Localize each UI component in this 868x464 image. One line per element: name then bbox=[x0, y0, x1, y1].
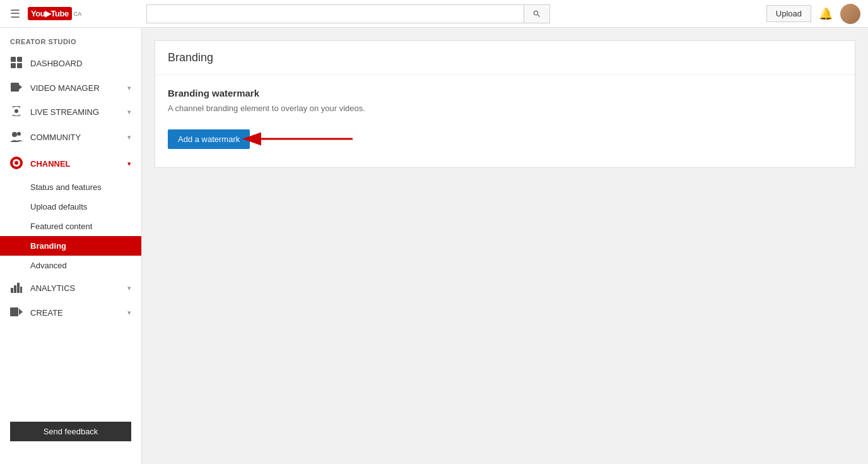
youtube-logo[interactable]: You▶Tube CA bbox=[28, 7, 81, 20]
svg-rect-1 bbox=[17, 57, 22, 62]
svg-marker-17 bbox=[19, 309, 23, 315]
page-card: Branding Branding watermark A channel br… bbox=[155, 40, 855, 168]
svg-point-7 bbox=[12, 132, 17, 137]
live-streaming-arrow: ▾ bbox=[127, 108, 131, 116]
send-feedback-button[interactable]: Send feedback bbox=[10, 422, 131, 441]
page-title-bar: Branding bbox=[155, 41, 855, 75]
sidebar-subitem-advanced[interactable]: Advanced bbox=[0, 256, 141, 275]
svg-point-8 bbox=[17, 132, 21, 136]
header-left: ☰ You▶Tube CA bbox=[8, 4, 146, 23]
svg-rect-13 bbox=[14, 285, 16, 293]
sidebar-subitem-upload-defaults[interactable]: Upload defaults bbox=[0, 197, 141, 217]
dashboard-label: DASHBOARD bbox=[30, 59, 131, 68]
analytics-arrow: ▾ bbox=[127, 284, 131, 292]
search-container bbox=[146, 4, 550, 23]
live-streaming-label: LIVE STREAMING bbox=[30, 107, 120, 117]
youtube-ca: CA bbox=[74, 11, 82, 17]
sidebar-subitem-branding[interactable]: Branding bbox=[0, 236, 141, 256]
avatar-image bbox=[840, 4, 860, 24]
watermark-section-title: Branding watermark bbox=[168, 88, 842, 98]
sidebar-item-channel[interactable]: CHANNEL ▾ bbox=[0, 150, 141, 177]
svg-rect-15 bbox=[20, 287, 22, 293]
search-button[interactable] bbox=[524, 4, 550, 23]
svg-rect-4 bbox=[11, 83, 19, 92]
channel-label: CHANNEL bbox=[30, 159, 120, 169]
video-manager-arrow: ▾ bbox=[127, 84, 131, 92]
sidebar-item-video-manager[interactable]: VIDEO MANAGER ▾ bbox=[0, 76, 141, 100]
watermark-section-desc: A channel branding element to overlay on… bbox=[168, 104, 842, 113]
sidebar-item-analytics[interactable]: ANALYTICS ▾ bbox=[0, 275, 141, 301]
sidebar-item-dashboard[interactable]: DASHBOARD bbox=[0, 51, 141, 76]
youtube-icon: You▶Tube bbox=[28, 7, 72, 20]
svg-rect-2 bbox=[11, 63, 16, 68]
sidebar: CREATOR STUDIO DASHBOARD VIDEO bbox=[0, 28, 142, 464]
upload-button[interactable]: Upload bbox=[766, 5, 811, 22]
main-content: Branding Branding watermark A channel br… bbox=[142, 28, 868, 464]
arrow-annotation bbox=[255, 123, 356, 155]
community-icon bbox=[10, 131, 23, 144]
svg-rect-16 bbox=[10, 307, 18, 316]
hamburger-icon[interactable]: ☰ bbox=[8, 4, 23, 23]
dashboard-icon bbox=[10, 57, 23, 70]
add-watermark-button[interactable]: Add a watermark bbox=[168, 129, 250, 149]
community-label: COMMUNITY bbox=[30, 133, 120, 142]
live-streaming-icon bbox=[10, 106, 23, 118]
page-section: Branding watermark A channel branding el… bbox=[155, 75, 855, 167]
svg-rect-12 bbox=[11, 288, 13, 293]
community-arrow: ▾ bbox=[127, 133, 131, 141]
avatar[interactable] bbox=[840, 4, 860, 24]
creator-studio-label: CREATOR STUDIO bbox=[0, 28, 141, 51]
analytics-label: ANALYTICS bbox=[30, 283, 120, 293]
sidebar-item-community[interactable]: COMMUNITY ▾ bbox=[0, 124, 141, 150]
sidebar-subitem-status-features[interactable]: Status and features bbox=[0, 177, 141, 197]
channel-arrow: ▾ bbox=[127, 160, 131, 168]
header-right: Upload 🔔 bbox=[766, 4, 860, 24]
sidebar-item-live-streaming[interactable]: LIVE STREAMING ▾ bbox=[0, 100, 141, 124]
video-manager-icon bbox=[10, 83, 23, 93]
sidebar-item-create[interactable]: CREATE ▾ bbox=[0, 301, 141, 324]
channel-icon bbox=[10, 157, 23, 171]
create-arrow: ▾ bbox=[127, 309, 131, 317]
create-icon bbox=[10, 307, 23, 318]
svg-point-6 bbox=[15, 109, 18, 113]
layout: CREATOR STUDIO DASHBOARD VIDEO bbox=[0, 28, 868, 464]
svg-rect-0 bbox=[11, 57, 16, 62]
header: ☰ You▶Tube CA Upload 🔔 bbox=[0, 0, 868, 28]
video-manager-label: VIDEO MANAGER bbox=[30, 83, 120, 93]
svg-point-11 bbox=[15, 161, 18, 165]
svg-rect-3 bbox=[17, 63, 22, 68]
analytics-icon bbox=[10, 282, 23, 295]
watermark-action-row: Add a watermark bbox=[168, 123, 842, 155]
page-title: Branding bbox=[168, 51, 842, 64]
svg-rect-14 bbox=[17, 283, 20, 293]
svg-marker-5 bbox=[19, 85, 22, 90]
sidebar-subitem-featured-content[interactable]: Featured content bbox=[0, 217, 141, 236]
bell-icon[interactable]: 🔔 bbox=[819, 7, 833, 21]
search-icon bbox=[532, 9, 541, 18]
search-input[interactable] bbox=[146, 4, 524, 23]
create-label: CREATE bbox=[30, 308, 120, 318]
